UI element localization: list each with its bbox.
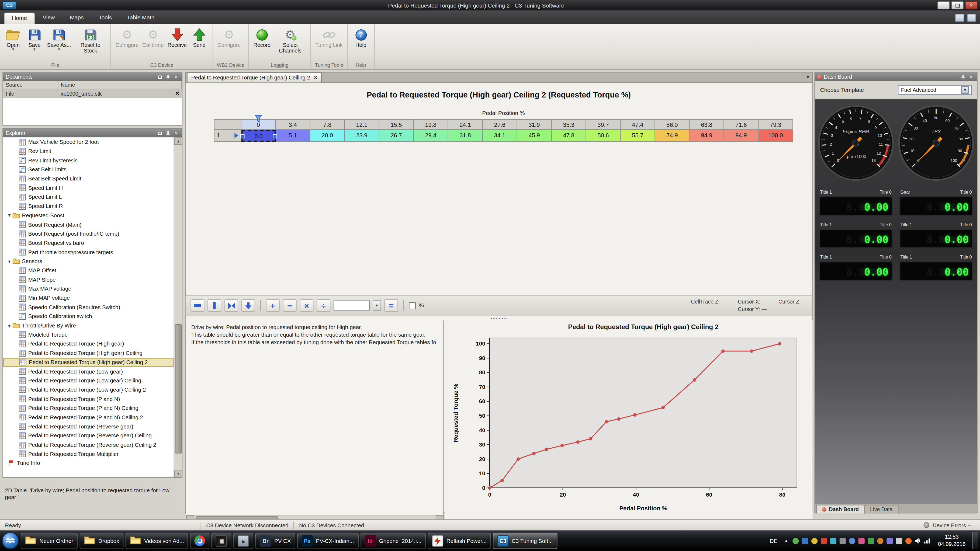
tray-icon-4[interactable] xyxy=(820,537,828,545)
tree-item-max-map-voltage[interactable]: Max MAP voltage xyxy=(3,284,174,293)
table-cell[interactable]: 94.9 xyxy=(690,130,724,142)
tree-item-speed-limit-r[interactable]: Speed Limit R xyxy=(3,202,174,211)
table-cell[interactable]: 29.4 xyxy=(414,130,449,142)
taskbar-item-neuer-ordner[interactable]: Neuer Ordner xyxy=(21,533,78,549)
table-cell[interactable]: 20.0 xyxy=(310,130,345,142)
tree-item-modeled-torque[interactable]: Modeled Torque xyxy=(3,330,174,339)
tree-expander-icon[interactable]: ▼ xyxy=(7,259,12,264)
scroll-up-icon[interactable]: ▲ xyxy=(174,137,183,145)
tab-list-dropdown-icon[interactable]: ▼ xyxy=(806,75,810,79)
tree-item-pedal-to-requested-torque-p-and-n-ceilin[interactable]: Pedal to Requested Torque (P and N) Ceil… xyxy=(3,403,174,413)
tree-item-boost-request-main-[interactable]: Boost Request (Main) xyxy=(3,220,174,229)
table-header-cell[interactable]: 3.4 xyxy=(276,119,310,130)
menu-tab-maps[interactable]: Maps xyxy=(62,13,91,24)
panel-pin-icon[interactable] xyxy=(165,74,171,80)
tree-item-speedo-calibration-requires-switch-[interactable]: Speedo Calibration (Requires Switch) xyxy=(3,303,174,312)
language-indicator[interactable]: DE xyxy=(768,538,779,544)
table-header-cell[interactable]: 39.7 xyxy=(586,119,621,130)
tray-speaker-icon[interactable] xyxy=(914,537,922,545)
table-cell[interactable]: 0.0 xyxy=(242,130,276,142)
tray-icon-7[interactable] xyxy=(848,537,856,545)
maximize-button[interactable] xyxy=(951,2,964,10)
table-header-cell[interactable]: 15.5 xyxy=(379,119,414,130)
menu-tab-home[interactable]: Home xyxy=(4,13,35,24)
tree-item-pedal-to-requested-torque-low-gear-ceili[interactable]: Pedal to Requested Torque (Low gear) Cei… xyxy=(3,376,174,385)
table-cell[interactable]: 5.1 xyxy=(276,130,310,142)
save-as--button[interactable]: Save As...▼ xyxy=(45,25,73,62)
tree-item-requested-boost[interactable]: ▼Requested Boost xyxy=(3,211,174,220)
tree-item-pedal-to-requested-torque-p-and-n-[interactable]: Pedal to Requested Torque (P and N) xyxy=(3,394,174,403)
apply-equals-button[interactable]: = xyxy=(384,299,398,311)
tree-item-pedal-to-requested-torque-low-gear-ceili[interactable]: Pedal to Requested Torque (Low gear) Cei… xyxy=(3,385,174,394)
menu-tab-view[interactable]: View xyxy=(35,13,62,24)
table-header-cell[interactable]: 12.1 xyxy=(345,119,379,130)
tray-icon-3[interactable] xyxy=(811,537,818,545)
panel-float-icon[interactable] xyxy=(157,74,163,80)
tree-item-max-vehicle-speed-for-2-foot[interactable]: Max Vehicle Speed for 2 foot xyxy=(3,137,174,146)
select-channels-button[interactable]: ⚙Select Channels xyxy=(273,25,308,62)
documents-col-source[interactable]: Source xyxy=(3,81,59,89)
template-select[interactable]: Fuel Advanced ▼ xyxy=(898,85,972,95)
tree-item-boost-request-vs-baro[interactable]: Boost Request vs baro xyxy=(3,238,174,248)
tree-item-pedal-to-requested-torque-reverse-gear-[interactable]: Pedal to Requested Torque (Reverse gear) xyxy=(3,422,174,431)
remove-document-button[interactable]: × xyxy=(175,89,180,97)
tray-icon-9[interactable] xyxy=(867,537,875,545)
receive-button[interactable]: Receive xyxy=(166,25,189,62)
tray-icon-13[interactable] xyxy=(905,537,912,545)
table-header-cell[interactable]: 47.4 xyxy=(621,119,655,130)
tree-expander-icon[interactable]: ▼ xyxy=(7,213,12,218)
tree-item-pedal-to-requested-torque-high-gear-ceil[interactable]: Pedal to Requested Torque (High gear) Ce… xyxy=(3,348,174,358)
tree-item-sensors[interactable]: ▼Sensors xyxy=(3,257,174,266)
table-header-cell[interactable]: 19.8 xyxy=(414,119,449,130)
tree-item-pedal-to-requested-torque-high-gear-[interactable]: Pedal to Requested Torque (High gear) xyxy=(3,339,174,348)
selection-handle-right[interactable] xyxy=(273,133,277,138)
send-button[interactable]: Send xyxy=(189,25,210,62)
column-view-icon[interactable] xyxy=(207,299,221,311)
tree-item-map-slope[interactable]: MAP Slope xyxy=(3,275,174,284)
taskbar-item-app-media[interactable]: ▸ xyxy=(234,533,253,549)
start-button[interactable] xyxy=(2,532,19,549)
tray-icon-10[interactable] xyxy=(877,537,884,545)
tray-icon-11[interactable] xyxy=(886,537,894,545)
scroll-down-icon[interactable]: ▼ xyxy=(174,470,183,477)
tree-item-speedo-calibration-switch[interactable]: Speedo Calibration switch xyxy=(3,312,174,321)
table-cell[interactable]: 100.0 xyxy=(759,130,793,142)
tray-icon-5[interactable] xyxy=(829,537,837,545)
taskbar-item-c3-tuning-soft-[interactable]: C3C3 Tuning Soft... xyxy=(493,533,557,549)
tree-item-part-throttle-boost-pressure-targets[interactable]: Part throttle boost/pressure targets xyxy=(3,248,174,257)
tab-live-data[interactable]: Live Data xyxy=(864,505,898,513)
tray-icon-12[interactable] xyxy=(896,537,903,545)
taskbar-clock[interactable]: 12:53 04.09.2016 xyxy=(934,534,969,548)
taskbar-item-videos-von-ad-[interactable]: Videos von Ad... xyxy=(126,533,189,549)
configure-button[interactable]: ⚙Configure xyxy=(114,25,141,62)
table-header-cell[interactable]: 27.6 xyxy=(483,119,517,130)
scrollbar-thumb[interactable] xyxy=(175,324,182,454)
menu-tab-tools[interactable]: Tools xyxy=(91,13,119,24)
open-button[interactable]: Open▼ xyxy=(2,25,24,62)
tree-item-pedal-to-requested-torque-high-gear-ceil[interactable]: Pedal to Requested Torque (High gear) Ce… xyxy=(3,358,174,367)
menu-tab-table-math[interactable]: Table Math xyxy=(119,13,162,24)
tab-close-icon[interactable]: × xyxy=(314,74,317,81)
tree-item-pedal-to-requested-torque-p-and-n-ceilin[interactable]: Pedal to Requested Torque (P and N) Ceil… xyxy=(3,413,174,422)
reset-to-stock-button[interactable]: Reset to Stock xyxy=(73,25,108,62)
tree-item-speed-limit-h[interactable]: Speed Limit H xyxy=(3,183,174,192)
table-cell[interactable]: 34.1 xyxy=(483,130,517,142)
value-input-dropdown-icon[interactable]: ▼ xyxy=(373,300,381,311)
table-cell[interactable]: 23.9 xyxy=(345,130,379,142)
table-cell[interactable]: 31.8 xyxy=(449,130,483,142)
close-button[interactable]: × xyxy=(965,2,978,10)
table-header-cell[interactable]: 35.3 xyxy=(552,119,586,130)
taskbar-item-reflash-power-[interactable]: Reflash Power... xyxy=(428,533,491,549)
tree-item-boost-request-post-throttle-ic-temp-[interactable]: Boost Request (post throttle/IC temp) xyxy=(3,229,174,238)
table-header-cell[interactable]: 71.6 xyxy=(724,119,759,130)
tree-item-rev-limit[interactable]: Rev Limit xyxy=(3,146,174,156)
tuning-link-button[interactable]: Tuning Link xyxy=(313,25,345,62)
taskbar-item-chrome[interactable] xyxy=(190,533,210,549)
document-row[interactable]: File xp1000_turbo.stk × xyxy=(3,89,182,98)
tree-item-pedal-to-requested-torque-multiplier[interactable]: Pedal to Requested Torque Multiplier xyxy=(3,449,174,459)
row-view-icon[interactable] xyxy=(191,299,204,311)
taskbar-item-pv-cx[interactable]: BrPV CX xyxy=(255,533,295,549)
tree-item-min-map-voltage[interactable]: Min MAP voltage xyxy=(3,294,174,303)
document-tab[interactable]: Pedal to Requested Torque (High gear) Ce… xyxy=(187,73,321,83)
tree-item-throttle-drive-by-wire[interactable]: ▼Throttle/Drive By Wire xyxy=(3,321,174,330)
